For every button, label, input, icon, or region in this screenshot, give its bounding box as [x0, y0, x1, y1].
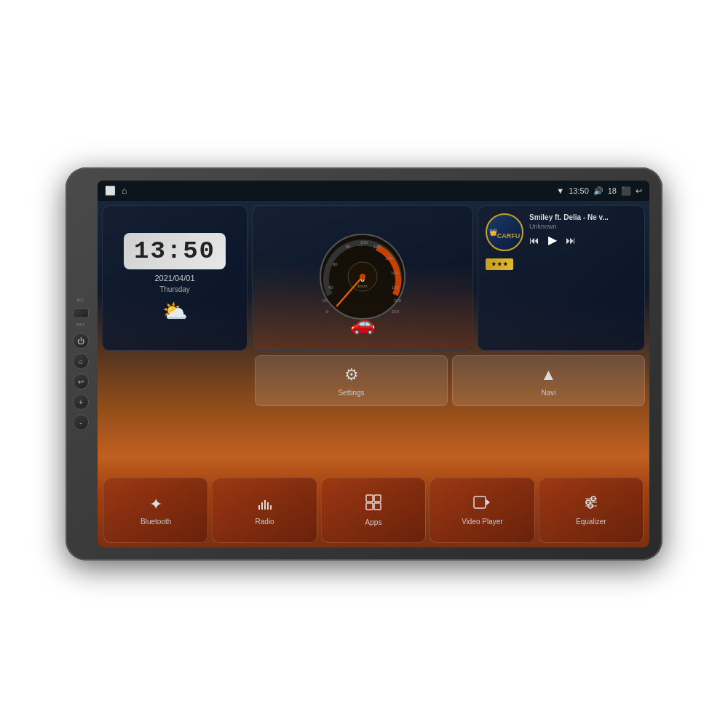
speedometer-widget: 🚗 100 100 [252, 205, 473, 351]
svg-text:km/h: km/h [357, 284, 367, 288]
svg-rect-28 [374, 503, 381, 510]
status-right: ▼ 13:50 🔊 18 ⬛ ↩ [556, 186, 642, 196]
next-button[interactable]: ⏭ [566, 234, 576, 246]
back-side-button[interactable]: ↩ [73, 373, 89, 389]
volume-level: 18 [608, 186, 617, 195]
svg-text:200: 200 [394, 298, 402, 303]
clock-widget: 13:50 2021/04/01 Thursday ⛅ [102, 205, 248, 351]
clock-display: 13:50 [124, 233, 226, 269]
svg-marker-30 [486, 499, 490, 505]
music-widget: 👑 CARFU Smiley ft. Delia - Ne v... Unkno… [478, 205, 645, 351]
music-top: 👑 CARFU Smiley ft. Delia - Ne v... Unkno… [486, 213, 637, 251]
main-content: 13:50 2021/04/01 Thursday ⛅ 🚗 [98, 201, 649, 547]
gauge-svg: 100 100 40 60 80 [315, 229, 410, 324]
svg-point-19 [360, 274, 365, 280]
settings-button[interactable]: ⚙ Settings [255, 355, 448, 406]
wifi-icon: ▼ [556, 186, 564, 195]
apps-button[interactable]: Apps [321, 478, 426, 543]
status-time: 13:50 [569, 186, 589, 195]
music-info: Smiley ft. Delia - Ne v... Unknown ⏮ ▶ ⏭ [529, 213, 637, 247]
svg-rect-29 [474, 496, 486, 508]
radio-icon [257, 495, 273, 514]
svg-text:100: 100 [360, 240, 368, 245]
svg-text:40: 40 [328, 285, 333, 290]
apps-label: Apps [365, 518, 382, 526]
radio-button[interactable]: Radio [212, 478, 317, 543]
play-button[interactable]: ▶ [548, 233, 557, 247]
prev-button[interactable]: ⏮ [529, 234, 539, 246]
quick-actions-row: ⚙ Settings ▲ Navi [255, 355, 645, 406]
svg-text:220: 220 [392, 309, 400, 314]
equalizer-button[interactable]: Equalizer [539, 478, 644, 543]
home-side-button[interactable]: ⌂ [73, 353, 89, 369]
badge-row: ★ ★ ★ [486, 258, 637, 270]
equalizer-icon [583, 495, 599, 514]
top-row: 13:50 2021/04/01 Thursday ⛅ 🚗 [102, 205, 645, 351]
rst-button[interactable] [73, 308, 89, 318]
music-logo: 👑 CARFU [486, 213, 523, 251]
bluetooth-label: Bluetooth [141, 518, 171, 526]
navi-icon: ▲ [541, 365, 557, 384]
weather-icon: ⛅ [162, 299, 188, 323]
svg-rect-26 [374, 495, 381, 502]
navi-button[interactable]: ▲ Navi [452, 355, 645, 406]
svg-rect-27 [366, 503, 373, 510]
bluetooth-button[interactable]: ✦ Bluetooth [103, 478, 208, 543]
screen: ⬜ ⌂ ▼ 13:50 🔊 18 ⬛ ↩ [98, 181, 649, 547]
music-controls: ⏮ ▶ ⏭ [529, 233, 637, 247]
crown-icon: 👑 [489, 229, 497, 236]
back-icon: ↩ [636, 186, 642, 196]
rating-ribbon: ★ ★ ★ [486, 258, 513, 270]
volume-icon: 🔊 [593, 186, 604, 196]
svg-text:60: 60 [333, 262, 338, 266]
navi-label: Navi [541, 389, 555, 397]
svg-rect-20 [258, 505, 260, 510]
multitask-icon: ⬛ [621, 186, 631, 196]
svg-text:80: 80 [346, 245, 351, 249]
window-icon: ⬜ [105, 186, 116, 196]
status-left: ⬜ ⌂ [105, 186, 127, 196]
settings-icon: ⚙ [344, 365, 359, 384]
rst-label: RST [76, 323, 85, 327]
svg-rect-24 [270, 505, 272, 510]
power-button[interactable]: ⏻ [73, 333, 89, 349]
svg-text:120: 120 [373, 245, 381, 249]
side-controls: MIC RST ⏻ ⌂ ↩ + - [73, 298, 89, 430]
clock-date: 2021/04/01 [154, 274, 194, 282]
settings-label: Settings [338, 389, 364, 397]
svg-rect-21 [261, 502, 263, 510]
music-title: Smiley ft. Delia - Ne v... [529, 213, 637, 221]
apps-icon [365, 494, 381, 515]
screen-content: ⬜ ⌂ ▼ 13:50 🔊 18 ⬛ ↩ [98, 181, 649, 547]
clock-time: 13:50 [134, 237, 215, 265]
equalizer-label: Equalizer [576, 518, 606, 526]
svg-text:0: 0 [326, 309, 329, 314]
svg-rect-25 [366, 495, 373, 502]
radio-label: Radio [256, 518, 274, 526]
vol-up-button[interactable]: + [73, 394, 89, 410]
svg-text:180: 180 [392, 285, 400, 290]
music-logo-wrapper: 👑 CARFU [486, 213, 523, 251]
vol-down-button[interactable]: - [73, 414, 89, 430]
video-button[interactable]: Video Player [430, 478, 534, 543]
car-head-unit: MIC RST ⏻ ⌂ ↩ + - ⬜ ⌂ ▼ 13:50 🔊 18 ⬛ [66, 167, 662, 561]
mic-label: MIC [77, 298, 85, 302]
svg-text:140: 140 [385, 256, 393, 261]
svg-text:160: 160 [391, 271, 399, 275]
svg-rect-23 [267, 502, 269, 510]
clock-day: Thursday [159, 285, 190, 293]
app-bar: ✦ Bluetooth R [102, 478, 645, 543]
svg-rect-22 [264, 500, 266, 510]
status-bar: ⬜ ⌂ ▼ 13:50 🔊 18 ⬛ ↩ [98, 181, 649, 201]
svg-text:20: 20 [323, 298, 328, 303]
home-status-icon: ⌂ [122, 186, 127, 196]
bluetooth-icon: ✦ [149, 495, 162, 514]
speedo-gauge: 100 100 40 60 80 [315, 229, 410, 327]
music-artist: Unknown [529, 223, 637, 230]
video-label: Video Player [462, 518, 503, 526]
video-icon [473, 495, 491, 514]
